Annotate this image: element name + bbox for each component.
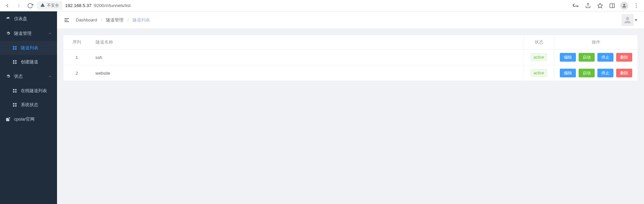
- sidebar-item-tunnel-mgmt[interactable]: 隧道管理: [0, 26, 57, 41]
- svg-point-5: [636, 5, 637, 6]
- chevron-up-icon: [48, 31, 52, 36]
- star-icon[interactable]: [595, 1, 605, 11]
- status-badge: active: [531, 69, 547, 77]
- breadcrumb-tunnel-mgmt[interactable]: 隧道管理: [106, 17, 123, 22]
- svg-point-4: [636, 3, 637, 4]
- sidebar-item-label: cpolar官网: [14, 116, 35, 122]
- back-button[interactable]: [3, 1, 12, 10]
- share-icon[interactable]: [583, 1, 593, 11]
- svg-rect-19: [13, 103, 14, 105]
- svg-marker-1: [598, 3, 603, 8]
- sidebar-item-label: 仪表盘: [14, 16, 27, 22]
- svg-rect-22: [15, 105, 16, 107]
- grid-icon: [12, 60, 17, 64]
- grid-icon: [12, 103, 17, 107]
- sidebar: 仪表盘 隧道管理 隧道列表 创建隧道 状态 在线隧道列表 系统状态: [0, 11, 57, 204]
- svg-rect-21: [13, 105, 14, 107]
- svg-rect-13: [13, 62, 14, 64]
- sidebar-item-online-tunnels[interactable]: 在线隧道列表: [0, 84, 57, 98]
- breadcrumb-sep: /: [127, 17, 129, 22]
- table-header-row: 序列 隧道名称 状态 操作: [63, 35, 638, 50]
- svg-rect-15: [13, 89, 14, 90]
- cell-seq: 2: [63, 65, 90, 81]
- sidebar-item-label: 在线隧道列表: [21, 88, 47, 94]
- url-port: :9200: [93, 3, 104, 8]
- breadcrumb: Dashboard / 隧道管理 / 隧道列表: [76, 17, 150, 23]
- gear-icon: [5, 74, 11, 79]
- url-path: /#/tunnels/list: [104, 3, 131, 8]
- svg-rect-12: [15, 60, 16, 62]
- edit-button[interactable]: 编辑: [560, 53, 576, 62]
- url-host: 192.168.5.37: [65, 3, 92, 8]
- svg-rect-20: [15, 103, 16, 105]
- table-row: 2 website active 编辑 启动 停止 删除: [63, 65, 638, 81]
- cell-seq: 1: [63, 50, 90, 65]
- chevron-up-icon: [48, 74, 52, 79]
- tunnels-table: 序列 隧道名称 状态 操作 1 ssh active 编辑: [63, 35, 638, 81]
- col-seq: 序列: [63, 35, 90, 50]
- breadcrumb-sep: /: [101, 17, 102, 22]
- svg-rect-14: [15, 62, 16, 64]
- svg-rect-9: [13, 48, 14, 50]
- breadcrumb-dashboard[interactable]: Dashboard: [76, 17, 97, 22]
- cell-name: website: [90, 65, 524, 81]
- kebab-menu-icon[interactable]: [631, 1, 641, 11]
- breadcrumb-current: 隧道列表: [132, 17, 150, 22]
- col-name: 隧道名称: [90, 35, 524, 50]
- forward-button[interactable]: [14, 1, 23, 10]
- start-button[interactable]: 启动: [579, 53, 595, 62]
- header: Dashboard / 隧道管理 / 隧道列表 ▾: [57, 11, 644, 29]
- svg-rect-17: [13, 91, 14, 92]
- external-link-icon: [5, 117, 11, 122]
- caret-down-icon[interactable]: ▾: [635, 17, 637, 22]
- sidebar-item-tunnel-list[interactable]: 隧道列表: [0, 41, 57, 55]
- stop-button[interactable]: 停止: [597, 69, 613, 77]
- col-status: 状态: [524, 35, 554, 50]
- svg-rect-18: [15, 91, 16, 92]
- sidebar-item-label: 状态: [14, 73, 23, 79]
- cell-status: active: [524, 65, 554, 81]
- sidebar-item-label: 创建隧道: [21, 59, 38, 65]
- reload-button[interactable]: [25, 1, 35, 10]
- sidebar-item-dashboard[interactable]: 仪表盘: [0, 11, 57, 26]
- main: Dashboard / 隧道管理 / 隧道列表 ▾ 序列 隧道名称 状态 操作: [57, 11, 644, 204]
- address-bar[interactable]: 192.168.5.37:9200/#/tunnels/list: [64, 3, 130, 8]
- svg-rect-2: [610, 4, 614, 8]
- status-badge: active: [531, 53, 547, 61]
- svg-rect-11: [13, 60, 14, 62]
- browser-toolbar: 不安全 192.168.5.37:9200/#/tunnels/list: [0, 0, 644, 11]
- sidebar-item-label: 隧道管理: [14, 30, 32, 37]
- start-button[interactable]: 启动: [579, 69, 595, 77]
- profile-button[interactable]: [619, 1, 629, 11]
- sidepanel-icon[interactable]: [607, 1, 617, 11]
- sidebar-item-cpolar-site[interactable]: cpolar官网: [0, 112, 57, 127]
- sidebar-item-label: 隧道列表: [21, 45, 38, 51]
- edit-button[interactable]: 编辑: [560, 69, 576, 77]
- svg-point-6: [636, 7, 637, 8]
- app: 仪表盘 隧道管理 隧道列表 创建隧道 状态 在线隧道列表 系统状态: [0, 11, 644, 204]
- svg-rect-16: [15, 89, 16, 90]
- delete-button[interactable]: 删除: [616, 53, 632, 62]
- key-icon[interactable]: [571, 1, 581, 11]
- sidebar-item-create-tunnel[interactable]: 创建隧道: [0, 55, 57, 69]
- svg-rect-8: [15, 46, 16, 48]
- table-row: 1 ssh active 编辑 启动 停止 删除: [63, 50, 638, 65]
- security-label: 不安全: [47, 3, 59, 8]
- cell-actions: 编辑 启动 停止 删除: [554, 65, 638, 81]
- cell-actions: 编辑 启动 停止 删除: [554, 50, 638, 65]
- cell-name: ssh: [90, 50, 524, 65]
- svg-rect-7: [13, 46, 14, 48]
- gear-icon: [5, 31, 11, 36]
- security-chip[interactable]: 不安全: [37, 1, 62, 10]
- user-avatar[interactable]: [622, 14, 634, 26]
- sidebar-item-system-status[interactable]: 系统状态: [0, 98, 57, 112]
- stop-button[interactable]: 停止: [597, 53, 613, 62]
- col-actions: 操作: [554, 35, 638, 50]
- svg-rect-10: [15, 48, 16, 50]
- gauge-icon: [5, 16, 11, 21]
- hamburger-icon[interactable]: [64, 17, 70, 23]
- grid-icon: [12, 46, 17, 50]
- delete-button[interactable]: 删除: [616, 69, 632, 77]
- sidebar-item-label: 系统状态: [21, 102, 38, 108]
- sidebar-item-status[interactable]: 状态: [0, 69, 57, 84]
